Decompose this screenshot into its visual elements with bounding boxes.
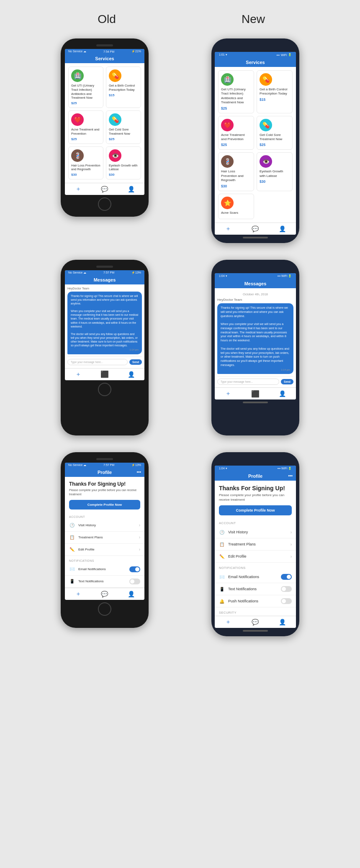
home-button[interactable] (98, 197, 111, 211)
new-text-toggle[interactable] (281, 586, 292, 592)
acne-price-row: $25 (71, 137, 100, 141)
new-prof-tab-profile[interactable]: 👤 (279, 618, 286, 626)
services-row: No Service ☁ 7:54 PM ⚡21% Services 🏥 Get… (29, 38, 331, 243)
new-send-button[interactable]: Send (281, 379, 293, 384)
tab-profile[interactable]: 👤 (127, 185, 135, 193)
acne-icon: ❤️ (71, 113, 84, 126)
old-prof-time: 7:57 PM (103, 463, 114, 466)
old-prof-nav: Profile ••• (65, 468, 144, 477)
old-treatment-label: Treatment Plans (78, 535, 139, 539)
page-container: Old New No Service ☁ 7:54 PM ⚡21% Servic… (0, 0, 360, 666)
old-message-input[interactable]: Type your message here... (67, 359, 128, 365)
home-button-2[interactable] (98, 383, 111, 396)
eyelash-price-row: $30 (109, 173, 138, 177)
new-prof-tab-bar: ＋ 💬 👤 (215, 616, 296, 628)
old-label: Old (44, 13, 170, 26)
new-prof-item-email[interactable]: ✉️ Email Notifications (215, 571, 296, 583)
new-sender: HeyDoctor Team (217, 298, 293, 302)
home-indicator (243, 237, 268, 238)
coldsore-name: Get Cold Sore Treatment Now (109, 128, 138, 136)
new-service-card-acnescars[interactable]: ⭐ Acne Scars (218, 194, 254, 219)
old-msg-title: Messages (94, 277, 116, 282)
old-prof-tab-plus[interactable]: ＋ (75, 590, 82, 598)
old-send-button[interactable]: Send (129, 359, 142, 365)
new-prof-item-edit[interactable]: ✏️ Edit Profile › (215, 551, 296, 563)
new-prof-tab-plus[interactable]: ＋ (224, 618, 232, 626)
new-messages-phone: 1:04 ▾ ▪▪▪ WiFi 🔋 Messages October 4th, … (211, 260, 299, 435)
old-message-bubble: Thanks for signing up! This secure chat … (67, 292, 142, 354)
new-email-toggle[interactable] (281, 574, 292, 580)
service-card-uti[interactable]: 🏥 Get UTI (Urinary Tract Infection) Anti… (68, 67, 103, 108)
new-service-card-hairloss[interactable]: 💈 Hair Loss Prevention and Regrowth $30 (218, 152, 254, 191)
old-prof-item-text[interactable]: 📱 Text Notifications (65, 576, 144, 588)
new-msg-tab-profile[interactable]: 👤 (279, 390, 286, 397)
new-service-card-uti[interactable]: 🏥 Get UTI (Urinary Tract Infection) Anti… (218, 70, 254, 113)
uti-icon: 🏥 (71, 69, 84, 82)
old-section-account: ACCOUNT (65, 512, 144, 520)
new-msg-tab-messages[interactable]: ⬛ (252, 390, 259, 397)
old-prof-tab-messages[interactable]: 💬 (101, 590, 108, 598)
new-prof-item-treatment[interactable]: 📋 Treatment Plans › (215, 538, 296, 551)
tab-messages[interactable]: 💬 (101, 185, 108, 193)
old-msg-tab-profile[interactable]: 👤 (127, 371, 135, 378)
service-card-acne[interactable]: ❤️ Acne Treatment and Prevention $25 (68, 110, 103, 144)
new-tab-messages[interactable]: 💬 (252, 225, 259, 233)
new-hairloss-price: $30 (221, 184, 227, 188)
new-push-toggle[interactable] (281, 598, 292, 604)
new-msg-status-icons: ▪▪▪ WiFi 🔋 (278, 274, 292, 278)
treatment-icon: 📋 (69, 535, 75, 540)
hairloss-price-row: $30 (71, 173, 100, 177)
new-service-card-eyelash[interactable]: 👁️ Eyelash Growth with Latisse $30 (257, 152, 293, 191)
old-prof-tab-profile[interactable]: 👤 (127, 590, 135, 598)
new-tab-plus[interactable]: ＋ (224, 225, 232, 233)
new-tab-profile[interactable]: 👤 (279, 225, 286, 233)
new-services-tab-bar: ＋ 💬 👤 (215, 223, 296, 235)
home-button-3[interactable] (98, 602, 111, 616)
new-prof-item-text[interactable]: 📱 Text Notifications (215, 583, 296, 595)
old-messages-content: HeyDoctor Team Thanks for signing up! Th… (65, 284, 144, 368)
old-text-toggle[interactable] (129, 579, 140, 584)
new-message-bubble: Thanks for signing up! This secure chat … (217, 303, 293, 374)
new-message-input[interactable]: Type your message here... (217, 379, 279, 385)
new-edit-chevron: › (291, 554, 292, 559)
old-prof-item-email[interactable]: ✉️ Email Notifications (65, 563, 144, 576)
old-prof-item-edit[interactable]: ✏️ Edit Profile › (65, 544, 144, 556)
new-service-card-acne[interactable]: ❤️ Acne Treatment and Prevention $25 (218, 116, 254, 150)
service-card-hairloss[interactable]: 💈 Hair Loss Prevention and Regrowth $30 (68, 146, 103, 180)
old-prof-more[interactable]: ••• (136, 470, 141, 474)
new-message-time: 1:14 pm (221, 368, 290, 371)
new-uti-price: $25 (221, 106, 227, 110)
status-time: 7:54 PM (103, 50, 114, 53)
signal-icon: ▪▪▪ (277, 54, 280, 56)
old-msg-tab-plus[interactable]: ＋ (75, 371, 82, 378)
new-history-chevron: › (291, 530, 292, 535)
service-card-bc[interactable]: 💊 Get a Birth Control Prescription Today… (106, 67, 141, 108)
new-prof-tab-messages[interactable]: 💬 (252, 618, 259, 626)
old-services-status-bar: No Service ☁ 7:54 PM ⚡21% (65, 49, 144, 54)
new-service-card-coldsore[interactable]: 💊 Get Cold Sore Treatment Now $25 (257, 116, 293, 150)
new-service-card-bc[interactable]: 💊 Get a Birth Control Prescription Today… (257, 70, 293, 113)
old-profile-screen: No Service ☁ 7:57 PM ⚡13% Profile ••• Th… (65, 463, 144, 600)
new-complete-btn[interactable]: Complete Profile Now (219, 505, 292, 515)
old-prof-header: Thanks For Signing Up! Please complete y… (65, 477, 144, 512)
new-msg-tab-plus[interactable]: ＋ (224, 390, 232, 397)
old-msg-tab-messages[interactable]: ⬛ (101, 371, 108, 378)
new-prof-more[interactable]: ••• (288, 474, 293, 478)
old-email-toggle[interactable] (129, 566, 140, 572)
old-prof-item-history[interactable]: 🕐 Visit History › (65, 520, 144, 532)
service-card-eyelash[interactable]: 👁️ Eyelash Growth with Latisse $30 (106, 146, 141, 180)
new-prof-item-history[interactable]: 🕐 Visit History › (215, 526, 296, 538)
new-coldsore-price: $25 (260, 143, 265, 147)
tab-plus[interactable]: ＋ (75, 185, 82, 193)
old-message-time: 1:14 pm (71, 348, 139, 351)
old-complete-btn[interactable]: Complete Profile Now (69, 500, 140, 510)
old-prof-item-treatment[interactable]: 📋 Treatment Plans › (65, 532, 144, 544)
service-card-coldsore[interactable]: 💊 Get Cold Sore Treatment Now $25 (106, 110, 141, 144)
messages-row: No Service ☁ 7:57 PM ⚡13% Messages HeyDo… (29, 260, 331, 435)
acne-name: Acne Treatment and Prevention (71, 128, 100, 136)
uti-price: $25 (71, 101, 77, 105)
new-prof-item-push[interactable]: 🔔 Push Notifications (215, 595, 296, 607)
eyelash-name: Eyelash Growth with Latisse (109, 164, 138, 172)
history-icon: 🕐 (69, 522, 75, 528)
new-bc-icon: 💊 (260, 73, 272, 86)
